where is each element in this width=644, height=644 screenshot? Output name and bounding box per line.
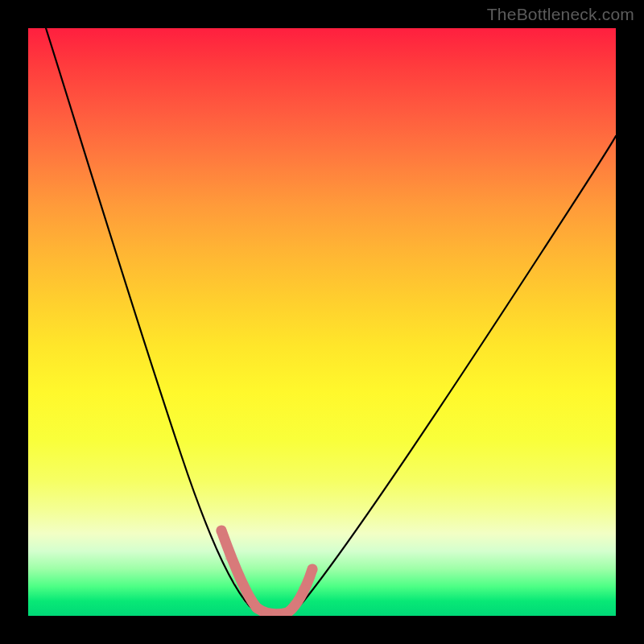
chart-frame: TheBottleneck.com (0, 0, 644, 644)
curve-overlay (28, 28, 616, 616)
valley-marker (221, 530, 312, 615)
plot-area (28, 28, 616, 616)
bottleneck-curve (46, 28, 616, 616)
watermark-text: TheBottleneck.com (487, 5, 634, 24)
